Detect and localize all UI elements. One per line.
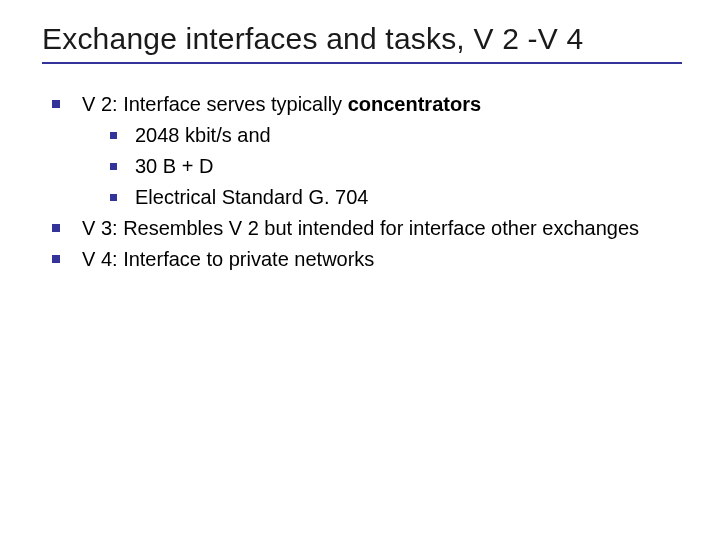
list-item-text: 2048 kbit/s and <box>135 121 690 150</box>
list-item-text: V 2: Interface serves typically concentr… <box>82 90 690 119</box>
page-title: Exchange interfaces and tasks, V 2 -V 4 <box>42 22 690 56</box>
list-item: 30 B + D <box>52 152 690 181</box>
list-item: Electrical Standard G. 704 <box>52 183 690 212</box>
list-item-text: V 3: Resembles V 2 but intended for inte… <box>82 214 690 243</box>
slide-content: V 2: Interface serves typically concentr… <box>42 90 690 274</box>
list-item: 2048 kbit/s and <box>52 121 690 150</box>
list-item: V 4: Interface to private networks <box>52 245 690 274</box>
title-underline <box>42 62 682 64</box>
bullet-square-icon <box>110 132 117 139</box>
list-item: V 2: Interface serves typically concentr… <box>52 90 690 119</box>
bullet-square-icon <box>52 100 60 108</box>
bullet-square-icon <box>110 163 117 170</box>
list-item-text: 30 B + D <box>135 152 690 181</box>
list-item-text: Electrical Standard G. 704 <box>135 183 690 212</box>
slide: Exchange interfaces and tasks, V 2 -V 4 … <box>0 0 720 540</box>
list-item-text: V 4: Interface to private networks <box>82 245 690 274</box>
bullet-square-icon <box>110 194 117 201</box>
text-bold: concentrators <box>348 93 481 115</box>
bullet-square-icon <box>52 255 60 263</box>
bullet-square-icon <box>52 224 60 232</box>
text-span: V 2: Interface serves typically <box>82 93 348 115</box>
list-item: V 3: Resembles V 2 but intended for inte… <box>52 214 690 243</box>
